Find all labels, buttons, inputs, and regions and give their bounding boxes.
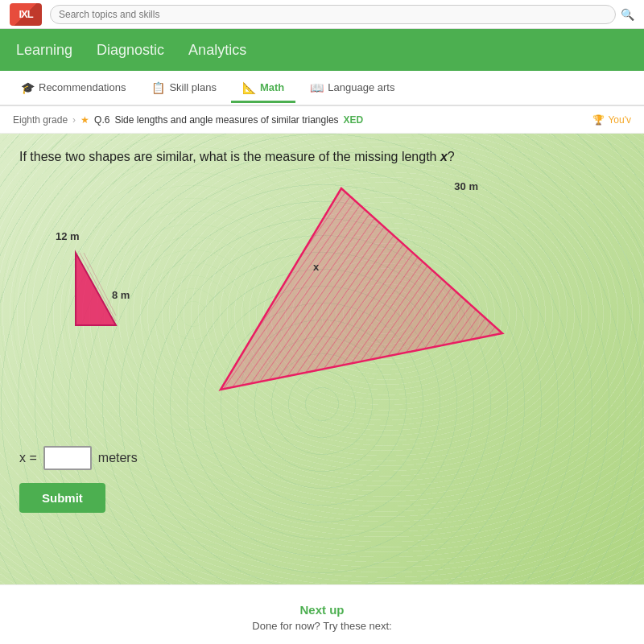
next-up-title: Next up <box>299 603 344 617</box>
large-triangle-x-label: x <box>313 261 319 273</box>
tab-math-label: Math <box>260 81 284 93</box>
search-input[interactable] <box>50 5 616 24</box>
tab-skill-plans-label: Skill plans <box>169 81 217 93</box>
nav-diagnostic[interactable]: Diagnostic <box>97 37 164 64</box>
breadcrumb-grade[interactable]: Eighth grade <box>13 114 68 126</box>
answer-input[interactable] <box>43 446 92 470</box>
search-icon: 🔍 <box>621 8 634 21</box>
breadcrumb-separator: › <box>72 114 76 126</box>
sub-nav: 🎓 Recommendations 📋 Skill plans 📐 Math 📖… <box>0 71 644 106</box>
small-triangle-8m-label: 8 m <box>112 289 130 301</box>
next-up-subtitle: Done for now? Try these next: <box>252 620 391 632</box>
nav-learning[interactable]: Learning <box>16 37 72 64</box>
math-icon: 📐 <box>242 81 256 94</box>
small-triangle-12m-label: 12 m <box>56 230 80 242</box>
small-triangle: 12 m 8 m <box>68 245 148 336</box>
trophy-icon: 🏆 <box>592 114 605 126</box>
logo-text: IXL <box>19 8 32 20</box>
question-variable: x <box>440 150 448 163</box>
question-text: If these two shapes are similar, what is… <box>19 150 625 164</box>
triangle-area: 12 m 8 m 30 m x <box>19 180 625 438</box>
you-text: You'v <box>608 114 631 126</box>
you-badge: 🏆 You'v <box>592 114 631 126</box>
tab-recommendations-label: Recommendations <box>39 81 126 93</box>
content-area: If these two shapes are similar, what is… <box>0 134 644 584</box>
submit-button[interactable]: Submit <box>19 483 105 513</box>
question-suffix: ? <box>448 150 455 163</box>
answer-row: x = meters <box>19 446 625 470</box>
tab-language-arts-label: Language arts <box>328 81 394 93</box>
large-triangle-30m-label: 30 m <box>454 180 478 192</box>
recommendations-icon: 🎓 <box>21 81 35 94</box>
breadcrumb: Eighth grade › ★ Q.6 Side lengths and an… <box>0 106 644 134</box>
tab-language-arts[interactable]: 📖 Language arts <box>299 75 406 103</box>
breadcrumb-skill-name: Side lengths and angle measures of simil… <box>114 114 338 126</box>
skill-plans-icon: 📋 <box>151 81 165 94</box>
question-main: If these two shapes are similar, what is… <box>19 150 440 163</box>
tab-skill-plans[interactable]: 📋 Skill plans <box>140 75 228 103</box>
tab-recommendations[interactable]: 🎓 Recommendations <box>10 75 137 103</box>
language-arts-icon: 📖 <box>310 81 324 94</box>
top-bar: IXL 🔍 <box>0 0 644 29</box>
large-triangle: 30 m x <box>180 180 518 409</box>
breadcrumb-skill-code: Q.6 <box>94 114 109 126</box>
breadcrumb-badge: XED <box>344 114 364 126</box>
answer-suffix: meters <box>98 451 138 465</box>
next-up-section: Next up Done for now? Try these next: <box>0 584 644 644</box>
nav-analytics[interactable]: Analytics <box>188 37 246 64</box>
star-icon: ★ <box>80 114 89 126</box>
svg-marker-6 <box>221 188 502 390</box>
tab-math[interactable]: 📐 Math <box>231 75 295 103</box>
ixl-logo: IXL <box>10 3 42 26</box>
answer-prefix: x = <box>19 451 37 465</box>
main-nav: Learning Diagnostic Analytics <box>0 29 644 71</box>
